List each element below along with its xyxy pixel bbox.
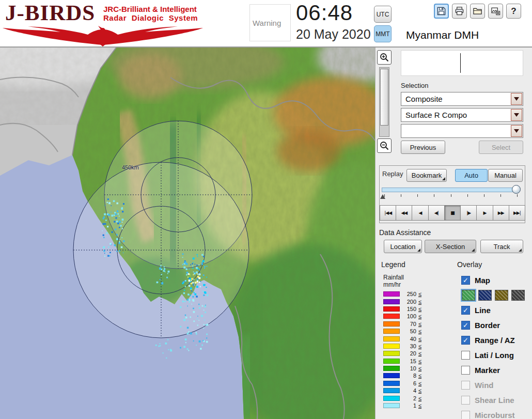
overlay-item-border[interactable]: ✓ Border [461,318,531,333]
replay-reverse-play-button[interactable]: ◀ [412,205,428,221]
overlay-item-label: Map [475,276,490,285]
replay-slider-handle[interactable] [512,185,521,194]
dropdown-value: Composite [401,95,510,103]
bookmark-button[interactable]: Bookmark [406,169,447,182]
open-folder-button[interactable] [470,4,485,19]
select-button[interactable]: Select [479,141,523,154]
print-button[interactable] [452,4,467,19]
legend-quantity-label: Rainfall [383,274,404,281]
zoom-out-button[interactable] [377,138,392,153]
map-palette-swatch[interactable] [462,290,475,301]
overlay-item-label: Range / AZ [475,336,515,345]
overlay-item-map[interactable]: ✓ Map [461,273,531,288]
scrollbar-thumb[interactable] [380,69,388,126]
overlay-item-lati-long[interactable]: Lati / Long [461,348,531,363]
legend-color-swatch [383,381,400,386]
xsection-button[interactable]: X-Section [425,240,476,253]
extra-dropdown[interactable] [401,124,523,138]
replay-step-back-button[interactable]: ◀| [428,205,445,221]
legend-leq-symbol: ≤ [418,306,421,312]
checkbox[interactable] [461,366,470,375]
legend-leq-symbol: ≤ [418,373,421,379]
legend-value: 10 [403,365,416,371]
map-range-label: 450km [122,164,139,170]
legend-color-swatch [383,359,400,364]
auto-button[interactable]: Auto [455,169,488,182]
map-palette-swatch[interactable] [478,290,492,301]
legend-color-swatch [383,291,400,297]
app-logo-subtitle: JRC-Brilliant & Intelligent Radar Dialog… [103,5,198,22]
replay-first-button[interactable]: |◀◀ [380,205,396,221]
overlay-item-marker[interactable]: Marker [461,363,531,378]
replay-fast-rewind-button[interactable]: ◀◀ [396,205,412,221]
dropdown-value: Surface R Compo [401,111,510,119]
zoom-in-button[interactable] [377,50,392,65]
previous-button[interactable]: Previous [401,141,445,154]
mmt-button[interactable]: MMT [374,25,392,42]
save-button[interactable] [434,4,449,19]
legend-leq-symbol: ≤ [418,328,421,334]
legend-color-swatch [383,388,400,393]
checkbox[interactable] [461,396,470,405]
overlay-item-wind[interactable]: Wind [461,378,531,393]
legend-entry: 50 ≤ [383,328,421,335]
replay-stop-button[interactable]: ■ [444,205,461,221]
checkbox[interactable]: ✓ [461,336,470,345]
replay-last-button[interactable]: ▶▶| [509,205,525,221]
checkbox[interactable] [461,411,470,419]
slider-ticks [384,194,518,197]
replay-step-forward-button[interactable]: |▶ [460,205,477,221]
control-panel: Selection Composite Surface R Compo Prev… [375,48,532,419]
export-image-button[interactable] [488,4,503,19]
location-button[interactable]: Location [384,240,422,253]
utc-button[interactable]: UTC [374,6,392,23]
product-dropdown[interactable]: Surface R Compo [401,108,523,122]
replay-fast-forward-button[interactable]: ▶▶ [493,205,509,221]
data-assistance-label: Data Assistance [379,228,431,237]
logo-subtitle-1: JRC-Brilliant & Intelligent [103,5,198,13]
replay-slider-track[interactable] [382,188,520,192]
checkbox[interactable]: ✓ [461,306,470,315]
legend-color-swatch [383,329,400,334]
track-button[interactable]: Track [480,240,523,253]
help-icon: ? [511,6,516,17]
chevron-down-icon [514,129,519,133]
replay-play-button[interactable]: ▶ [476,205,493,221]
slider-tick [517,194,518,197]
save-icon [436,6,446,16]
query-box[interactable] [401,50,523,76]
dropdown-arrow-button[interactable] [511,125,522,137]
overlay-item-label: Line [475,306,491,315]
chevron-down-icon [514,113,519,117]
dropdown-arrow-button[interactable] [511,93,522,105]
warning-status-label: Warning [250,19,281,27]
overlay-item-shear-line[interactable]: Shear Line [461,393,531,408]
overlay-item-range-az[interactable]: ✓ Range / AZ [461,333,531,348]
legend-leq-symbol: ≤ [418,358,421,364]
radar-map[interactable] [0,48,375,419]
dropdown-arrow-button[interactable] [511,109,522,121]
map-zoom-scrollbar[interactable] [379,67,389,137]
legend-scale: 250 ≤ 200 ≤ 150 ≤ 100 ≤ 70 ≤ 50 ≤ 40 ≤ 3… [383,290,421,409]
legend-entry: 10 ≤ [383,365,421,372]
checkbox[interactable]: ✓ [461,321,470,330]
manual-button[interactable]: Manual [488,169,523,182]
map-palette-swatch[interactable] [511,290,525,301]
legend-leq-symbol: ≤ [418,350,421,356]
selection-label: Selection [401,82,428,89]
legend-leq-symbol: ≤ [418,395,421,401]
legend-color-swatch [383,403,400,408]
legend-leq-symbol: ≤ [418,387,421,394]
help-button[interactable]: ? [506,4,521,19]
legend-color-swatch [383,351,400,356]
checkbox[interactable] [461,381,470,390]
checkbox[interactable] [461,351,470,360]
slider-tick [500,194,501,197]
composite-dropdown[interactable]: Composite [401,92,523,106]
checkbox[interactable]: ✓ [461,276,470,285]
map-palette-swatch[interactable] [495,290,508,301]
overlay-item-microburst[interactable]: Microburst [461,408,531,419]
text-caret [460,53,461,73]
legend-color-swatch [383,306,400,312]
overlay-item-line[interactable]: ✓ Line [461,303,531,318]
